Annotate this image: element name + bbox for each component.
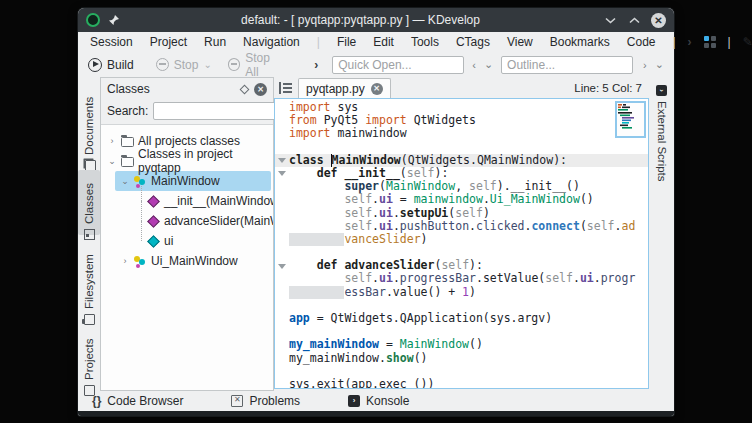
maximize-button[interactable] xyxy=(627,13,641,27)
dock-tab-classes[interactable]: Classes xyxy=(78,170,100,235)
statusbar-problems-button[interactable]: Problems xyxy=(231,394,300,408)
code-line[interactable]: self.ui = mainwindow.Ui_MainWindow() xyxy=(275,193,648,206)
dock-tab-filesystem[interactable]: Filesystem xyxy=(78,241,100,318)
code-segment: vanceSlider xyxy=(344,233,420,246)
tree-item-label: Classes in project pyqtapp xyxy=(138,147,273,175)
stop-all-button[interactable]: Stop All xyxy=(228,51,284,79)
fold-marker[interactable] xyxy=(275,154,289,167)
code-line[interactable]: vanceSlider) xyxy=(275,233,648,246)
menu-edit[interactable]: Edit xyxy=(373,35,394,49)
code-view[interactable]: import sysfrom PyQt5 import QtWidgetsimp… xyxy=(274,98,649,389)
code-segment xyxy=(289,272,344,285)
build-button[interactable]: Build xyxy=(88,58,134,72)
build-icon xyxy=(88,58,102,72)
dock-tab-documents[interactable]: Documents xyxy=(78,87,100,164)
code-line[interactable]: class MainWindow(QtWidgets.QMainWindow): xyxy=(275,154,648,167)
outline-forward-chevron[interactable]: › xyxy=(643,59,647,71)
dock-tab-label: Documents xyxy=(83,97,95,155)
code-segment: = QtWidgets.QApplication(sys.argv) xyxy=(310,312,552,325)
code-segment: ) xyxy=(469,286,476,299)
menu-navigation[interactable]: Navigation xyxy=(243,35,300,49)
tree-item-label: ui xyxy=(164,234,173,248)
fold-triangle-icon xyxy=(278,171,286,176)
statusbar-code-browser-button[interactable]: {}Code Browser xyxy=(92,394,183,408)
menubar-separator: | xyxy=(728,35,731,49)
close-panel-button[interactable]: ✕ xyxy=(254,83,267,96)
tree-expander-expanded[interactable]: ⌄ xyxy=(120,176,130,186)
tree-item-classes-in-project-pyqtapp[interactable]: ⌄Classes in project pyqtapp xyxy=(101,151,273,171)
menu-code[interactable]: Code xyxy=(627,35,656,49)
fold-marker[interactable] xyxy=(275,259,289,272)
tab-pyqtapp[interactable]: pyqtapp.py ✕ xyxy=(298,78,391,98)
toolbar-overflow-chevron[interactable]: › xyxy=(688,35,692,49)
code-segment: 1 xyxy=(462,286,469,299)
menu-project[interactable]: Project xyxy=(150,35,187,49)
window-bottom-frame xyxy=(78,411,674,416)
tree-item-ui[interactable]: ui xyxy=(101,231,273,251)
gutter xyxy=(275,325,289,338)
code-line[interactable]: my_mainWindow = MainWindow() xyxy=(275,338,648,351)
code-line[interactable]: import mainwindow xyxy=(275,127,648,140)
menu-session[interactable]: Session xyxy=(90,35,133,49)
outline-input[interactable] xyxy=(501,56,633,74)
code-text[interactable]: import sysfrom PyQt5 import QtWidgetsimp… xyxy=(275,101,648,388)
dock-tab-label: External Scripts xyxy=(656,101,668,182)
stop-icon xyxy=(156,58,169,71)
float-panel-icon[interactable] xyxy=(240,84,250,94)
tree-item-ui-mainwindow[interactable]: ›Ui_MainWindow xyxy=(101,251,273,271)
code-line[interactable]: my_mainWindow.show() xyxy=(275,352,648,365)
code-segment: self xyxy=(344,207,372,220)
minimap-scrollbar[interactable] xyxy=(615,101,646,138)
code-line[interactable] xyxy=(275,365,648,378)
code-line[interactable]: self.ui.pushButton.clicked.connect(self.… xyxy=(275,220,648,233)
code-segment: app xyxy=(289,312,310,325)
code-line[interactable] xyxy=(275,141,648,154)
fold-marker[interactable] xyxy=(275,167,289,180)
tree-expander-collapsed[interactable]: › xyxy=(120,256,130,266)
nav-back-chevron[interactable]: ‹ xyxy=(472,59,476,71)
menu-bookmarks[interactable]: Bookmarks xyxy=(550,35,610,49)
pin-icon xyxy=(108,14,120,26)
code-line[interactable]: self.ui.setupUi(self) xyxy=(275,207,648,220)
toolbar: Build Stop ⌄ Stop All › ‹ ⌄ › ⌄ xyxy=(78,52,674,77)
code-segment: pushButton xyxy=(400,220,469,233)
menu-tools[interactable]: Tools xyxy=(411,35,439,49)
sessions-grid-icon[interactable] xyxy=(704,36,716,48)
outline-dropdown-chevron[interactable]: ⌄ xyxy=(655,58,664,71)
code-line[interactable]: sys.exit(app.exec_()) xyxy=(275,378,648,389)
minimize-button[interactable] xyxy=(603,13,617,27)
field-icon xyxy=(147,235,160,248)
tree-item-label: advanceSlider(MainWindow) xyxy=(164,214,273,228)
menu-run[interactable]: Run xyxy=(204,35,226,49)
titlebar[interactable]: default: - [ pyqtapp:pyqtapp.py ] — KDev… xyxy=(78,8,674,32)
quick-open-input[interactable] xyxy=(332,56,464,74)
code-mode-button[interactable]: ✎ Code xyxy=(743,35,752,49)
stop-button[interactable]: Stop ⌄ xyxy=(156,58,212,72)
menu-ctags[interactable]: CTags xyxy=(456,35,490,49)
status-bar: {}Code BrowserProblems›Konsole xyxy=(78,391,674,411)
tab-close-icon[interactable]: ✕ xyxy=(371,83,383,95)
stop-dropdown-chevron[interactable]: ⌄ xyxy=(203,59,211,70)
nav-dropdown-chevron[interactable]: ⌄ xyxy=(484,58,493,71)
tree-expander-expanded[interactable]: ⌄ xyxy=(107,156,117,166)
tree-item-advanceslider-mainwindow-[interactable]: advanceSlider(MainWindow) xyxy=(101,211,273,231)
gutter xyxy=(275,233,289,246)
code-line[interactable]: essBar.value() + 1) xyxy=(275,286,648,299)
menu-file[interactable]: File xyxy=(337,35,356,49)
tree-guide-line xyxy=(141,221,142,241)
menu-view[interactable]: View xyxy=(507,35,533,49)
statusbar-konsole-button[interactable]: ›Konsole xyxy=(348,394,409,408)
dock-tab-external-scripts[interactable]: ›External Scripts xyxy=(651,81,673,189)
tree-expander-collapsed[interactable]: › xyxy=(107,136,117,146)
tree-item--init-mainwindow-[interactable]: __init__(MainWindow) xyxy=(101,191,273,211)
dock-tab-projects[interactable]: Projects xyxy=(78,324,100,391)
code-segment: self xyxy=(344,272,372,285)
code-line[interactable]: self.ui.progressBar.setValue(self.ui.pro… xyxy=(275,272,648,285)
code-line[interactable]: app = QtWidgets.QApplication(sys.argv) xyxy=(275,312,648,325)
stop-all-icon xyxy=(228,58,241,71)
close-button[interactable]: ✕ xyxy=(651,13,666,28)
document-list-icon[interactable] xyxy=(279,82,293,94)
classes-tree: ›All projects classes⌄Classes in project… xyxy=(101,124,273,390)
toolbar-expand-chevron[interactable]: › xyxy=(314,58,318,72)
code-segment: . xyxy=(594,272,601,285)
